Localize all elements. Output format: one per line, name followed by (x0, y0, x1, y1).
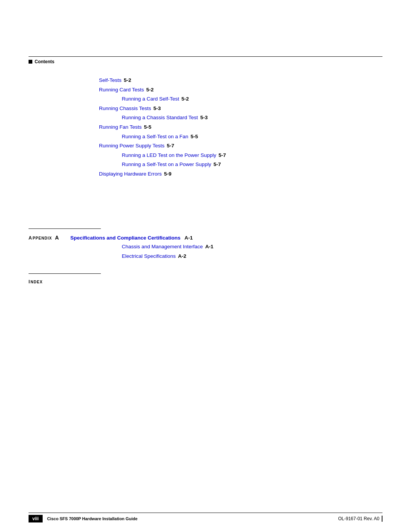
list-item: Electrical Specifications A-2 (122, 252, 382, 260)
footer-right: OL-9167-01 Rev. A0 (338, 516, 382, 522)
toc-page-self-tests: 5-2 (124, 76, 131, 85)
top-rule (29, 56, 382, 57)
appendix-page: A-1 (185, 235, 193, 241)
toc-page-self-test-power-supply: 5-7 (213, 160, 221, 169)
toc-page-card-self-test: 5-2 (182, 95, 189, 103)
toc-section: Self-Tests 5-2 Running Card Tests 5-2 Ru… (29, 76, 382, 179)
list-item: Running Fan Tests 5-5 (99, 123, 382, 131)
toc-page-running-power-supply-tests: 5-7 (167, 142, 174, 150)
page-container: Contents Self-Tests 5-2 Running Card Tes… (0, 0, 411, 532)
toc-page-chassis-management-interface: A-1 (205, 243, 213, 251)
appendix-rule (29, 228, 101, 229)
contents-header: Contents (29, 59, 54, 64)
appendix-label: APPENDIX (29, 235, 52, 241)
contents-square-icon (29, 60, 32, 64)
appendix-section: APPENDIX A Specifications and Compliance… (29, 234, 382, 261)
toc-link-self-tests[interactable]: Self-Tests (99, 76, 121, 85)
contents-label: Contents (35, 59, 54, 64)
toc-link-running-power-supply-tests[interactable]: Running Power Supply Tests (99, 142, 164, 150)
toc-link-led-test-power-supply[interactable]: Running a LED Test on the Power Supply (122, 151, 216, 160)
appendix-letter: A (55, 235, 59, 241)
footer-doc-title: Cisco SFS 7000P Hardware Installation Gu… (47, 516, 138, 521)
toc-page-electrical-specifications: A-2 (178, 252, 186, 260)
toc-link-chassis-standard-test[interactable]: Running a Chassis Standard Test (122, 113, 198, 122)
toc-page-running-chassis-tests: 5-3 (153, 104, 161, 113)
toc-page-displaying-hardware-errors: 5-9 (164, 170, 172, 178)
list-item: Running Chassis Tests 5-3 (99, 104, 382, 113)
list-item: Self-Tests 5-2 (99, 76, 382, 85)
list-item: Running a Self-Test on a Power Supply 5-… (122, 160, 382, 169)
toc-link-displaying-hardware-errors[interactable]: Displaying Hardware Errors (99, 170, 162, 178)
index-label: INDEX (29, 279, 43, 284)
toc-link-chassis-management-interface[interactable]: Chassis and Management Interface (122, 243, 203, 251)
toc-link-electrical-specifications[interactable]: Electrical Specifications (122, 252, 176, 260)
list-item: Running a Card Self-Test 5-2 (122, 95, 382, 103)
list-item: Running a Chassis Standard Test 5-3 (122, 113, 382, 122)
footer-doc-number: OL-9167-01 Rev. A0 (338, 516, 379, 521)
list-item: Running a LED Test on the Power Supply 5… (122, 151, 382, 160)
list-item: Running Power Supply Tests 5-7 (99, 142, 382, 150)
toc-link-self-test-power-supply[interactable]: Running a Self-Test on a Power Supply (122, 160, 211, 169)
toc-link-self-test-fan[interactable]: Running a Self-Test on a Fan (122, 133, 188, 141)
list-item: Running a Self-Test on a Fan 5-5 (122, 133, 382, 141)
toc-link-running-chassis-tests[interactable]: Running Chassis Tests (99, 104, 151, 113)
list-item: Chassis and Management Interface A-1 (122, 243, 382, 251)
footer-page-badge: viii (29, 515, 43, 522)
appendix-title-link[interactable]: Specifications and Compliance Certificat… (70, 235, 181, 241)
toc-link-running-card-tests[interactable]: Running Card Tests (99, 86, 144, 94)
index-rule (29, 273, 101, 274)
footer: viii Cisco SFS 7000P Hardware Installati… (29, 515, 382, 522)
toc-page-led-test-power-supply: 5-7 (218, 151, 226, 160)
toc-page-running-card-tests: 5-2 (146, 86, 154, 94)
appendix-header-row: APPENDIX A Specifications and Compliance… (29, 234, 382, 241)
toc-page-running-fan-tests: 5-5 (144, 123, 151, 131)
footer-left: viii Cisco SFS 7000P Hardware Installati… (29, 515, 137, 522)
toc-page-self-test-fan: 5-5 (191, 133, 198, 141)
list-item: Displaying Hardware Errors 5-9 (99, 170, 382, 178)
list-item: Running Card Tests 5-2 (99, 86, 382, 94)
toc-link-running-fan-tests[interactable]: Running Fan Tests (99, 123, 142, 131)
index-section: INDEX (29, 278, 43, 285)
toc-link-card-self-test[interactable]: Running a Card Self-Test (122, 95, 179, 103)
toc-page-chassis-standard-test: 5-3 (200, 113, 208, 122)
footer-right-rule-icon (382, 516, 382, 522)
footer-rule (29, 513, 382, 513)
